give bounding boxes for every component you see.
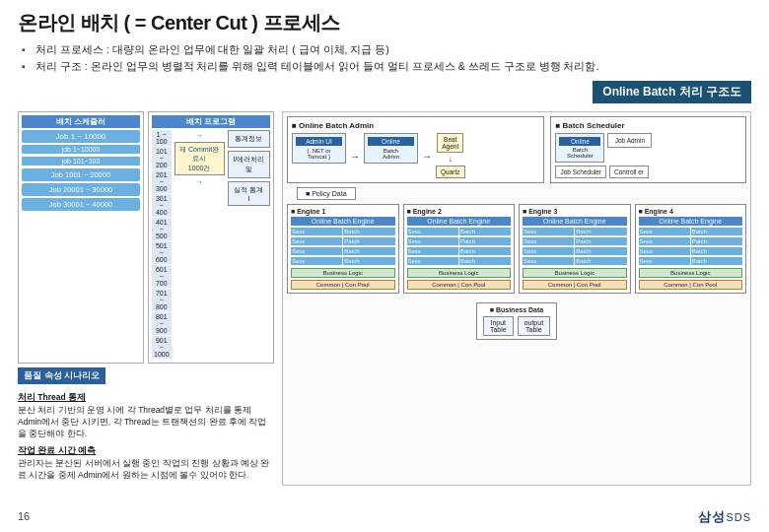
biz-data-box: ■ Business Data InputTable outputTable (476, 302, 557, 340)
job-admin-box: Job Admin (607, 133, 652, 148)
job-admin-label: Job Admin (611, 137, 648, 144)
range-3: 301 ~ 400 (152, 194, 172, 217)
e4-s8: Batch (691, 257, 742, 265)
online-batch-admin-box: ■ Online Batch Admin Admin UI ( .NET orT… (287, 116, 544, 183)
job-sub-1: job 1~10000 (22, 145, 140, 154)
engine-1-label: Online Batch Engine (291, 217, 395, 226)
logo-samsung: 삼성SDS (698, 508, 751, 526)
scheduler-left: 배치 스케쥴러 Job 1 ~ 10000 job 1~10000 job 10… (18, 111, 144, 364)
range-6: 601 ~ 700 (152, 265, 172, 288)
e3-s4: Patch (575, 237, 626, 245)
output-table: outputTable (518, 316, 550, 336)
range-0: 1 ~ 100 (152, 130, 172, 146)
beat-agent-box: BeatAgent (437, 133, 463, 153)
left-top-area: 배치 스케쥴러 Job 1 ~ 10000 job 1~10000 job 10… (18, 111, 274, 364)
range-7: 701 ~ 800 (152, 289, 172, 311)
right-panel: ■ Online Batch Admin Admin UI ( .NET orT… (282, 111, 751, 486)
e4-s7: Sess (639, 257, 690, 265)
admin-ui-box: Admin UI ( .NET orTomcat ) (292, 133, 346, 164)
arrow-1: → (350, 151, 360, 162)
e1-biz: Business Logic (291, 268, 395, 278)
range-9: 901 ~ 1000 (152, 336, 172, 359)
policy-row: ■ Policy Data (287, 187, 746, 200)
bullet-text-2: 처리 구조 : 온라인 업무의 병렬적 처리를 위해 입력 테이블에서 읽어 들… (35, 59, 598, 74)
controller-box: Controll er (609, 166, 649, 178)
e1-s4: Patch (343, 237, 394, 245)
ob-sub: BatchAdmin (368, 148, 414, 160)
e2-s6: Batch (459, 247, 511, 255)
bullet-dot-1: ▪ (22, 42, 35, 57)
job-scheduler-row: Job Scheduler Controll er (555, 166, 741, 178)
page-title: 온라인 배치 ( = Center Cut ) 프로세스 (18, 10, 751, 36)
range-5: 501 ~ 600 (152, 241, 172, 264)
beat-quartz-col: BeatAgent ↓ Quartz (436, 133, 465, 178)
engine-2-title: ■ Engine 2 (407, 208, 512, 215)
biz-data-row: ■ Business Data InputTable outputTable (287, 299, 746, 340)
batch-scheduler-label: ■ Batch Scheduler (555, 121, 741, 130)
center-box-3: 실적 통계 I (228, 181, 270, 206)
range-8: 801 ~ 900 (152, 312, 172, 335)
e4-s1: Sess (639, 228, 690, 235)
connector-label: 제 Commit완료시1000건 (175, 142, 225, 174)
e2-biz: Business Logic (407, 268, 512, 278)
e2-pool: Common | Con Pool (407, 280, 512, 290)
e2-s2: Batch (459, 228, 511, 235)
top-diagram-row: ■ Online Batch Admin Admin UI ( .NET orT… (287, 116, 746, 183)
batch-scheduler-inner: Online BatchScheduler Job Admin (555, 133, 741, 163)
program-section-title: 배치 프로그램 (152, 115, 270, 128)
e3-s5: Sess (523, 247, 574, 255)
e1-s5: Sess (291, 247, 342, 255)
e3-pool: Common | Con Pool (523, 280, 627, 290)
online-batch-box: Online BatchAdmin (364, 133, 418, 164)
scenario-title: 품질 속성 시나리오 (18, 367, 105, 384)
e4-s6: Batch (691, 247, 742, 255)
bullet-list: ▪ 처리 프로세스 : 대량의 온라인 업무에 대한 일괄 처리 ( 급여 이체… (18, 42, 751, 73)
engine-3-title: ■ Engine 3 (523, 208, 627, 215)
e2-s5: Sess (407, 247, 458, 255)
e1-pool: Common | Con Pool (291, 280, 395, 290)
online-batch-admin-label: ■ Online Batch Admin (292, 121, 539, 130)
e4-s2: Batch (691, 228, 742, 235)
e4-s3: Sess (639, 237, 690, 245)
e2-s4: Patch (459, 237, 511, 245)
e4-s5: Sess (639, 247, 690, 255)
time-title: 작업 완료 시간 예측 (18, 445, 274, 457)
ob-title: Online (368, 137, 414, 146)
arrow-2: → (422, 151, 432, 162)
job-3: Job 20001 ~ 30000 (22, 183, 140, 196)
job-sub-2: job 101~300 (22, 157, 140, 166)
connector-arrow-2: → (196, 178, 203, 185)
e1-s6: Batch (343, 247, 394, 255)
admin-ui-sub: ( .NET orTomcat ) (296, 148, 342, 160)
engine-2-block: ■ Engine 2 Online Batch Engine Sess Batc… (403, 204, 516, 294)
e3-s3: Sess (523, 237, 574, 245)
quartz-box: Quartz (436, 166, 465, 178)
e1-s2: Batch (343, 228, 394, 235)
job-1: Job 1 ~ 10000 (22, 130, 140, 143)
e4-s4: Patch (691, 237, 742, 245)
e3-s7: Sess (523, 257, 574, 265)
bullet-item-2: ▪ 처리 구조 : 온라인 업무의 병렬적 처리를 위해 입력 테이블에서 읽어… (22, 59, 751, 74)
bullet-dot-2: ▪ (22, 59, 35, 74)
scenario-content: 처리 Thread 통제 분산 처리 기반의 운영 시에 각 Thread별로 … (18, 392, 274, 481)
engine-1-title: ■ Engine 1 (291, 208, 395, 215)
engine-4-items: Sess Batch Sess Patch Sess Batch Sess Ba… (639, 228, 743, 266)
engine-row: ■ Engine 1 Online Batch Engine Sess Batc… (287, 204, 746, 294)
e1-s7: Sess (291, 257, 342, 265)
biz-data-title: ■ Business Data (483, 306, 550, 313)
engine-2-items: Sess Batch Sess Patch Sess Batch Sess Ba… (407, 228, 512, 266)
e2-s3: Sess (407, 237, 458, 245)
main-content: 배치 스케쥴러 Job 1 ~ 10000 job 1~10000 job 10… (18, 111, 751, 486)
left-panel: 배치 스케쥴러 Job 1 ~ 10000 job 1~10000 job 10… (18, 111, 274, 486)
engine-2-label: Online Batch Engine (407, 217, 512, 226)
center-box-1: 통계정보 (228, 130, 270, 148)
connector-arrow: → (196, 132, 203, 139)
user-section-title: 배치 스케쥴러 (22, 115, 140, 128)
structure-header: Online Batch 처리 구조도 (593, 81, 751, 103)
e1-s1: Sess (291, 228, 342, 235)
logo-area: 삼성SDS (698, 508, 751, 526)
policy-data-box: ■ Policy Data (297, 187, 356, 200)
engine-3-items: Sess Batch Sess Patch Sess Batch Sess Ba… (523, 228, 627, 266)
scheduler-right: 배치 프로그램 1 ~ 100 101 ~ 200 201 ~ 300 301 … (148, 111, 274, 364)
page-number: 16 (18, 510, 30, 522)
